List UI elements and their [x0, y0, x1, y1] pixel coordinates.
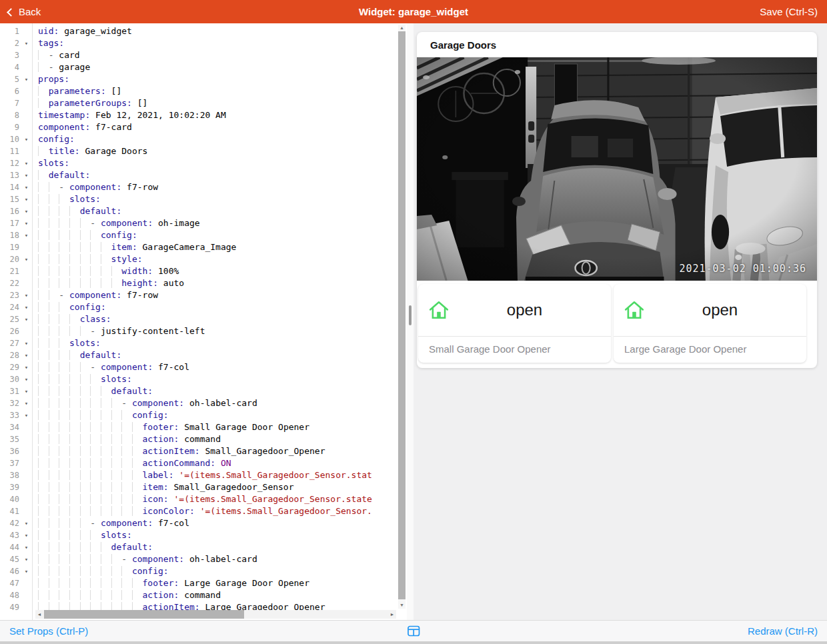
redraw-button[interactable]: Redraw (Ctrl-R) — [738, 625, 827, 637]
scroll-up-icon[interactable]: ▲ — [398, 25, 405, 31]
scroll-down-icon[interactable]: ▼ — [398, 602, 405, 609]
code-line[interactable]: 21 width: 100% — [0, 265, 398, 277]
set-props-button[interactable]: Set Props (Ctrl-P) — [0, 625, 97, 637]
code-line[interactable]: 4 - garage — [0, 61, 398, 73]
code-line[interactable]: 29▾ - component: f7-col — [0, 361, 398, 373]
large-garage-door-card[interactable]: open Large Garage Door Opener — [614, 284, 806, 363]
code-line[interactable]: 20▾ style: — [0, 253, 398, 265]
fold-arrow-icon[interactable]: ▾ — [21, 565, 32, 577]
code-editor[interactable]: 1uid: garage_widget2▾tags:3 - card4 - ga… — [0, 23, 407, 620]
code-line[interactable]: 38 label: '=(items.Small_Garagedoor_Sens… — [0, 469, 398, 481]
fold-arrow-icon[interactable]: ▾ — [21, 157, 32, 169]
code-line[interactable]: 22 height: auto — [0, 277, 398, 289]
fold-arrow-icon[interactable]: ▾ — [21, 169, 32, 181]
fold-arrow-icon[interactable]: ▾ — [21, 361, 32, 373]
fold-arrow-icon[interactable]: ▾ — [21, 385, 32, 397]
code-line[interactable]: 2▾tags: — [0, 37, 398, 49]
code-line[interactable]: 45▾ - component: oh-label-card — [0, 553, 398, 565]
fold-arrow-icon[interactable]: ▾ — [21, 37, 32, 49]
code-line[interactable]: 10▾config: — [0, 133, 398, 145]
fold-arrow-icon[interactable]: ▾ — [21, 553, 32, 565]
scroll-right-icon[interactable]: ► — [388, 610, 396, 619]
code-line[interactable]: 9component: f7-card — [0, 121, 398, 133]
fold-arrow-icon[interactable]: ▾ — [21, 409, 32, 421]
fold-arrow-icon[interactable]: ▾ — [21, 529, 32, 541]
split-view-toggle-button[interactable] — [407, 625, 420, 637]
code-line[interactable]: 12▾slots: — [0, 157, 398, 169]
fold-arrow-icon[interactable]: ▾ — [21, 373, 32, 385]
code-line[interactable]: 36 actionItem: Small_Garagedoor_Opener — [0, 445, 398, 457]
code-line[interactable]: 34 footer: Small Garage Door Opener — [0, 421, 398, 433]
code-line[interactable]: 32▾ - component: oh-label-card — [0, 397, 398, 409]
back-button[interactable]: Back — [0, 0, 49, 23]
code-line[interactable]: 43▾ slots: — [0, 529, 398, 541]
small-garage-door-card[interactable]: open Small Garage Door Opener — [418, 284, 611, 363]
fold-spacer — [21, 445, 32, 457]
fold-arrow-icon[interactable]: ▾ — [21, 349, 32, 361]
horizontal-scrollbar[interactable]: ◄ ► — [35, 610, 396, 619]
code-line[interactable]: 1uid: garage_widget — [0, 25, 398, 37]
code-line[interactable]: 48 action: command — [0, 589, 398, 601]
fold-arrow-icon[interactable]: ▾ — [21, 337, 32, 349]
fold-arrow-icon[interactable]: ▾ — [21, 313, 32, 325]
code-line[interactable]: 41 iconColor: '=(items.Small_Garagedoor_… — [0, 505, 398, 517]
save-button[interactable]: Save (Ctrl-S) — [750, 0, 827, 23]
fold-arrow-icon[interactable]: ▾ — [21, 193, 32, 205]
code-line[interactable]: 13▾ default: — [0, 169, 398, 181]
code-line[interactable]: 24▾ config: — [0, 301, 398, 313]
code-line[interactable]: 7 parameterGroups: [] — [0, 97, 398, 109]
scroll-left-icon[interactable]: ◄ — [35, 610, 43, 619]
code-line[interactable]: 23▾ - component: f7-row — [0, 289, 398, 301]
code-line[interactable]: 35 action: command — [0, 433, 398, 445]
code-token — [38, 458, 143, 468]
code-token: oh-label-card — [184, 398, 257, 408]
code-line[interactable]: 47 footer: Large Garage Door Opener — [0, 577, 398, 589]
horizontal-scrollbar-thumb[interactable] — [44, 610, 244, 619]
code-line[interactable]: 11 title: Garage Doors — [0, 145, 398, 157]
code-line[interactable]: 44▾ default: — [0, 541, 398, 553]
code-line[interactable]: 26 - justify-content-left — [0, 325, 398, 337]
fold-arrow-icon[interactable]: ▾ — [21, 289, 32, 301]
vertical-scrollbar-thumb[interactable] — [398, 31, 405, 599]
code-line[interactable]: 5▾props: — [0, 73, 398, 85]
fold-arrow-icon[interactable]: ▾ — [21, 517, 32, 529]
code-line[interactable]: 16▾ default: — [0, 205, 398, 217]
fold-arrow-icon[interactable]: ▾ — [21, 181, 32, 193]
pane-resizer-handle[interactable] — [409, 305, 411, 325]
code-token: oh-label-card — [184, 554, 257, 564]
code-line[interactable]: 28▾ default: — [0, 349, 398, 361]
code-line[interactable]: 42▾ - component: f7-col — [0, 517, 398, 529]
fold-arrow-icon[interactable]: ▾ — [21, 205, 32, 217]
code-line[interactable]: 37 actionCommand: ON — [0, 457, 398, 469]
code-line[interactable]: 17▾ - component: oh-image — [0, 217, 398, 229]
vertical-scrollbar[interactable]: ▲ ▼ — [398, 25, 405, 609]
code-line[interactable]: 6 parameters: [] — [0, 85, 398, 97]
fold-arrow-icon[interactable]: ▾ — [21, 133, 32, 145]
code-line[interactable]: 3 - card — [0, 49, 398, 61]
code-line[interactable]: 27▾ slots: — [0, 337, 398, 349]
code-line[interactable]: 18▾ config: — [0, 229, 398, 241]
code-line[interactable]: 25▾ class: — [0, 313, 398, 325]
fold-arrow-icon[interactable]: ▾ — [21, 541, 32, 553]
code-line[interactable]: 31▾ default: — [0, 385, 398, 397]
code-token: slots: — [101, 374, 132, 384]
code-token: component: — [132, 398, 184, 408]
fold-arrow-icon[interactable]: ▾ — [21, 229, 32, 241]
code-line[interactable]: 14▾ - component: f7-row — [0, 181, 398, 193]
house-icon — [624, 300, 644, 320]
code-line[interactable]: 19 item: GarageCamera_Image — [0, 241, 398, 253]
code-line[interactable]: 33▾ config: — [0, 409, 398, 421]
code-line[interactable]: 8timestamp: Feb 12, 2021, 10:02:20 AM — [0, 109, 398, 121]
code-line[interactable]: 46▾ config: — [0, 565, 398, 577]
code-line[interactable]: 15▾ slots: — [0, 193, 398, 205]
fold-arrow-icon[interactable]: ▾ — [21, 397, 32, 409]
line-number: 49 — [0, 601, 21, 613]
fold-arrow-icon[interactable]: ▾ — [21, 217, 32, 229]
code-line[interactable]: 39 item: Small_Garagedoor_Sensor — [0, 481, 398, 493]
fold-arrow-icon[interactable]: ▾ — [21, 301, 32, 313]
code-line[interactable]: 30▾ slots: — [0, 373, 398, 385]
code-line[interactable]: 40 icon: '=(items.Small_Garagedoor_Senso… — [0, 493, 398, 505]
fold-arrow-icon[interactable]: ▾ — [21, 73, 32, 85]
fold-arrow-icon[interactable]: ▾ — [21, 253, 32, 265]
fold-spacer — [21, 61, 32, 73]
